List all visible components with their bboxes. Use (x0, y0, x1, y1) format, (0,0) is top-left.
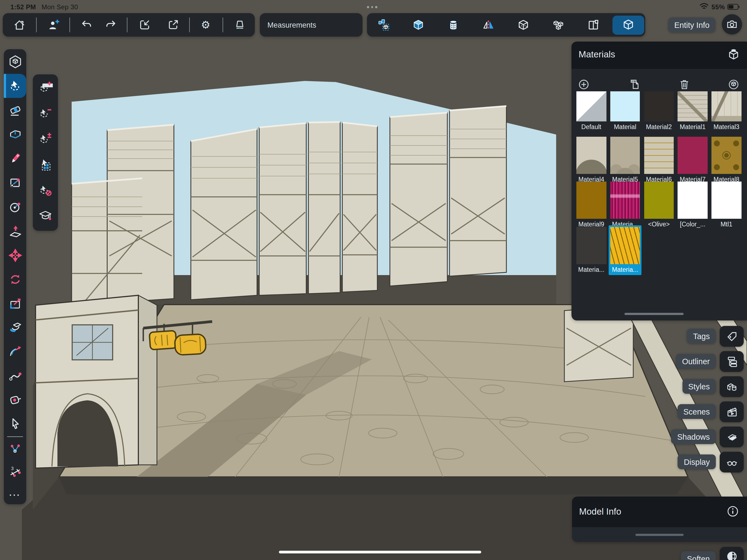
camera-views-button[interactable] (722, 14, 742, 34)
shadows-icon (725, 431, 738, 443)
offset-tool[interactable] (8, 345, 22, 359)
materials-scroll-handle[interactable] (624, 313, 684, 315)
battery-percent: 55% (712, 3, 725, 11)
tutorial-grad-cap[interactable] (38, 209, 53, 223)
material-swatch-material[interactable]: Material (610, 91, 640, 130)
import-button[interactable] (135, 16, 154, 34)
soften-button[interactable] (720, 547, 744, 560)
more-tools-button[interactable]: ··· (9, 490, 21, 500)
section-box-tool[interactable] (8, 127, 22, 142)
measurements-field[interactable]: Measurements (260, 13, 363, 36)
material-swatch-default[interactable]: Default (576, 91, 606, 130)
push-pull-cylinder-button[interactable] (444, 16, 463, 34)
material-swatch-material3[interactable]: Material3 (712, 91, 741, 130)
tags-label[interactable]: Tags (687, 329, 716, 343)
styles-icon (725, 380, 738, 393)
solid-tools-button[interactable] (409, 16, 428, 34)
shape-rectangle-tool[interactable] (8, 176, 22, 190)
tags-button[interactable] (720, 326, 744, 347)
swatch-preview (712, 182, 741, 219)
wifi-icon (699, 3, 709, 10)
add-collaborator-button[interactable] (44, 16, 62, 34)
material-swatch-material8[interactable]: Material8 (712, 137, 741, 182)
dock-device-button[interactable] (230, 16, 249, 34)
toolbar-separator (36, 18, 37, 32)
display-label[interactable]: Display (678, 455, 716, 469)
pencil-line-tool[interactable] (8, 152, 22, 166)
components-button[interactable] (375, 16, 393, 34)
info-circle-icon[interactable] (726, 505, 739, 518)
material-library-button[interactable] (725, 75, 742, 93)
paint-bucket-tool[interactable] (8, 321, 22, 335)
swatch-preview (576, 182, 606, 219)
material-swatch-material2[interactable]: Material2 (644, 91, 674, 130)
home-indicator[interactable] (279, 551, 481, 554)
shadows-button[interactable] (720, 427, 744, 447)
material-swatch-material5[interactable]: Material5 (610, 137, 640, 182)
display-button[interactable] (720, 452, 744, 473)
soften-label[interactable]: Soften (681, 551, 716, 560)
group-components-button[interactable] (549, 16, 568, 34)
select-toggle-tool[interactable] (38, 131, 53, 146)
material-swatch--color-[interactable]: [Color_... (678, 182, 707, 227)
select-none-tool[interactable] (38, 183, 53, 198)
material-swatch-material6[interactable]: Material6 (644, 137, 674, 182)
duplicate-material-button[interactable] (626, 75, 643, 93)
sketchup-logo-icon[interactable] (8, 54, 22, 69)
material-swatch-materia-[interactable]: Materia... (610, 182, 640, 227)
home-button[interactable] (10, 16, 28, 34)
scenes-button[interactable] (720, 401, 744, 422)
outliner-button[interactable] (720, 351, 744, 372)
material-swatch-material7[interactable]: Material7 (678, 137, 707, 182)
scenes-label[interactable]: Scenes (677, 404, 716, 419)
material-swatch-material4[interactable]: Material4 (576, 137, 606, 182)
swatch-label: [Color_... (680, 221, 705, 227)
move-tool[interactable] (8, 248, 22, 262)
split-view-button[interactable] (584, 16, 602, 34)
undo-button[interactable] (77, 16, 96, 34)
swatch-label: Material9 (578, 221, 604, 227)
material-swatch-material1[interactable]: Material1 (678, 91, 707, 130)
scale-tool[interactable] (8, 297, 22, 311)
select-matching-tool[interactable] (38, 157, 53, 172)
export-button[interactable] (163, 16, 182, 34)
material-swatch-materia-[interactable]: Materia... (576, 227, 606, 275)
swatch-preview (644, 182, 674, 219)
push-pull-tool[interactable] (8, 224, 22, 238)
model-info-panel[interactable]: Model Info (572, 497, 747, 542)
redo-button[interactable] (101, 16, 120, 34)
outer-shell-button[interactable] (514, 16, 533, 34)
materials-row-4: Materia...Materia... (576, 227, 640, 275)
arc-3-point-tool[interactable] (8, 441, 22, 456)
tape-measure-tool[interactable] (8, 393, 22, 407)
measurements-label: Measurements (267, 21, 316, 29)
delete-material-button[interactable] (675, 75, 693, 93)
styles-label[interactable]: Styles (682, 379, 716, 394)
swatch-preview (644, 137, 674, 174)
paint-material-icon[interactable] (727, 48, 741, 62)
freehand-tool[interactable] (8, 368, 22, 383)
eraser-tool[interactable] (8, 103, 22, 118)
rotate-tool[interactable] (8, 272, 22, 286)
settings-button[interactable]: ⚙ (196, 16, 215, 34)
material-swatch-material9[interactable]: Material9 (576, 182, 606, 227)
select-subtract-tool[interactable] (38, 106, 53, 121)
swatch-preview (610, 137, 640, 174)
outliner-label[interactable]: Outliner (676, 354, 716, 368)
model-info-handle[interactable] (636, 533, 684, 536)
material-swatch-materia-[interactable]: Materia... (609, 225, 642, 275)
material-swatch--olive-[interactable]: <Olive> (644, 182, 674, 227)
shadows-label[interactable]: Shadows (671, 429, 716, 444)
circle-tool[interactable] (8, 200, 22, 214)
styles-button[interactable] (720, 376, 744, 397)
cursor-tool[interactable] (8, 417, 22, 431)
mirror-button[interactable] (479, 16, 498, 34)
camera-views-icon (726, 18, 738, 31)
solid-cube-active-button[interactable] (613, 15, 644, 34)
entity-info-label[interactable]: Entity Info (668, 18, 716, 32)
select-add-tool[interactable] (38, 80, 53, 95)
material-swatch-mtl1[interactable]: Mtl1 (712, 182, 741, 227)
dimensions-tool[interactable]: 3 (8, 465, 22, 480)
select-tool[interactable] (8, 79, 22, 93)
add-material-button[interactable] (575, 75, 592, 93)
